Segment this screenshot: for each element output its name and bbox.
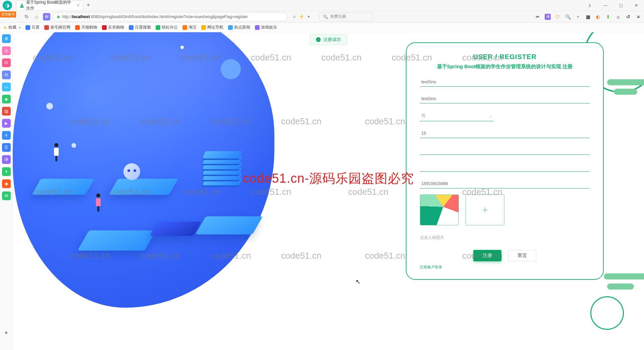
side-icon[interactable]: AI [2,58,11,67]
side-icon[interactable]: ≡ [2,131,11,140]
iso-platform [113,173,174,200]
age-input[interactable] [421,131,588,136]
url-input[interactable]: ◉ http://localhost:8080/springboott43m8/… [53,12,288,21]
deco-dot [71,143,76,148]
uploaded-image[interactable] [420,194,459,225]
iso-platform [201,210,258,240]
sidebar-add-button[interactable]: + [4,330,8,337]
pw2-input[interactable] [421,164,588,169]
bookmark-item[interactable]: 老毛桃官网 [44,25,70,30]
search-box[interactable]: 🔍 免费注册 [319,12,373,21]
iso-platform [36,173,90,200]
deco-green-ring [590,296,624,330]
register-card: USER / REGISTER 基于Spring Boot框架的学生作业管理系统… [406,42,604,280]
history-icon[interactable]: ↺ [625,14,631,20]
star-icon: ★ [3,25,7,30]
window-max-icon[interactable]: ▢ [613,0,629,11]
ai-button-icon[interactable]: AI [43,13,50,20]
pw1-input[interactable] [421,147,588,152]
nav-reload-icon[interactable]: ↻ [23,13,30,20]
pw2-field[interactable] [420,162,590,172]
login-tag[interactable]: 登录账号 [0,11,16,17]
deco-green-wave [614,89,637,95]
bookmark-item[interactable]: 淘宝 [182,25,197,30]
side-icon[interactable]: ⊞ [2,34,11,43]
thumb-image [420,195,459,225]
name-field[interactable] [420,94,590,103]
chevron-down-icon: ⌄ [489,114,492,118]
bookmark-icon [75,25,80,30]
bookmark-icon [129,25,133,30]
window-close-icon[interactable]: ✕ [629,0,644,11]
phone-field[interactable] [420,179,590,188]
side-icon[interactable]: ✦ [2,167,11,176]
side-icon[interactable]: ▭ [2,83,11,91]
ext-icon[interactable]: ✦ [575,14,581,20]
side-icon[interactable]: AI [2,71,11,79]
bookmark-item[interactable]: 百度 [25,25,40,30]
bookmark-icon [44,25,49,30]
qr-icon[interactable]: ⌗ [293,14,296,19]
apps-icon[interactable]: ▦ [585,14,591,20]
url-host: localhost [72,14,90,19]
window-min-icon[interactable]: — [598,0,613,11]
side-icon[interactable]: ◉ [2,179,11,188]
iso-platform [83,224,150,257]
url-actions: ⌗ ⚡ ▾ [293,14,310,19]
menu-icon[interactable]: ≡ [635,14,641,20]
sno-field[interactable] [420,77,590,87]
login-link[interactable]: 已有账户登录 [420,265,442,270]
bookmarks-bar: ★收藏▾ 百度 老毛桃官网 天猫购物 京东购物 百度搜索 轻松办公 淘宝 网址导… [0,23,644,32]
search-icon: 🔍 [323,14,328,19]
reset-button[interactable]: 重置 [508,250,536,261]
side-icon[interactable]: ◆ [2,95,11,103]
side-icon[interactable]: ◎ [2,46,11,55]
side-icon[interactable]: ▤ [2,107,11,116]
page-content: ✓ 注册成功 USER / REGISTER 基于Spring Boot框架的学… [13,32,644,350]
dropdown-icon[interactable]: ▾ [308,14,310,19]
tab-close-icon[interactable]: × [77,3,79,8]
age-field[interactable] [420,129,590,138]
browser-tab[interactable]: 基于Spring Boot框架的学生作 × [16,1,83,10]
bookmark-icon [228,25,233,30]
register-button[interactable]: 注册 [473,250,501,261]
zoom-icon[interactable]: 🔍 [565,14,571,20]
pw1-field[interactable] [420,145,590,155]
phone-input[interactable] [421,181,588,186]
side-icon[interactable]: ☰ [2,143,11,152]
bookmark-item[interactable]: 游戏娱乐 [255,25,277,30]
sun-icon[interactable]: ☼ [615,14,621,20]
nav-home-icon[interactable]: ⌂ [33,13,40,20]
side-icon[interactable]: ▶ [2,119,11,128]
side-icon[interactable]: ✉ [2,191,11,200]
toast-text: 注册成功 [323,37,341,43]
bookmark-icon [25,25,30,30]
shield-icon[interactable]: 🛡 [555,14,561,20]
bookmark-item[interactable]: 京东购物 [102,25,124,30]
toolbar-right: ✂ 译 🛡 🔍 ✦ ▦ ◐ ⬇ ☼ ↺ ≡ [535,14,641,20]
new-tab-button[interactable]: + [87,2,90,9]
translate-icon[interactable]: 译 [545,14,551,20]
orange-icon[interactable]: ◐ [595,14,601,20]
bookmark-item[interactable]: 轻松办公 [156,25,178,30]
sno-input[interactable] [421,79,588,84]
deco-green-wave [604,273,644,279]
watermark: code51.cn [365,116,405,127]
bookmark-item[interactable]: 网址导航 [201,25,223,30]
gender-select[interactable]: 男 ⌄ [420,111,494,121]
window-pin-icon[interactable]: ⫿ [582,0,598,11]
left-sidebar: ⊞ ◎ AI AI ▭ ◆ ▤ ▶ ≡ ☰ 译 ✦ ◉ ✉ + [0,32,13,350]
site-security-icon: ◉ [57,14,60,19]
bookmark-item[interactable]: 天猫购物 [75,25,97,30]
download-icon[interactable]: ⬇ [605,14,611,20]
bookmark-item[interactable]: 百度搜索 [129,25,151,30]
favorites-button[interactable]: ★收藏▾ [3,25,21,30]
name-input[interactable] [421,96,588,101]
upload-add-box[interactable]: + [466,194,504,225]
flash-icon[interactable]: ⚡ [299,14,304,19]
side-icon[interactable]: 译 [2,155,11,164]
bookmark-item[interactable]: 热点新闻 [228,25,250,30]
scissors-icon[interactable]: ✂ [535,14,541,20]
success-toast: ✓ 注册成功 [310,34,347,45]
bookmark-icon [182,25,187,30]
